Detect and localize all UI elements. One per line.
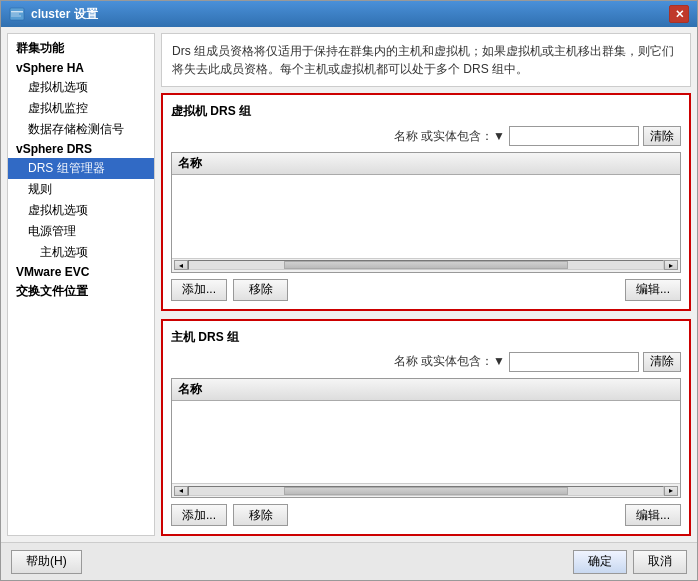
vm-action-row: 添加... 移除 编辑...	[171, 279, 681, 301]
sidebar-item-rules[interactable]: 规则	[8, 179, 154, 200]
sidebar-item-vmware-evc[interactable]: VMware EVC	[8, 263, 154, 281]
host-drs-panel: 主机 DRS 组 名称 或实体包含：▼ 清除 名称 ◂	[161, 319, 691, 537]
vm-remove-button[interactable]: 移除	[233, 279, 288, 301]
help-button[interactable]: 帮助(H)	[11, 550, 82, 574]
host-action-row: 添加... 移除 编辑...	[171, 504, 681, 526]
svg-rect-1	[11, 11, 23, 13]
vm-drs-panel-title: 虚拟机 DRS 组	[171, 103, 681, 120]
bottom-left: 帮助(H)	[11, 550, 82, 574]
svg-rect-3	[11, 16, 21, 17]
host-table-header: 名称	[172, 379, 680, 401]
sidebar: 群集功能vSphere HA虚拟机选项虚拟机监控数据存储检测信号vSphere …	[7, 33, 155, 536]
description-area: Drs 组成员资格将仅适用于保持在群集内的主机和虚拟机；如果虚拟机或主机移出群集…	[161, 33, 691, 87]
vm-filter-clear-button[interactable]: 清除	[643, 126, 681, 146]
title-bar: cluster 设置 ✕	[1, 1, 697, 27]
vm-filter-input[interactable]	[509, 126, 639, 146]
sidebar-item-vm-monitor[interactable]: 虚拟机监控	[8, 98, 154, 119]
vm-scroll-left[interactable]: ◂	[174, 260, 188, 270]
host-drs-panel-title: 主机 DRS 组	[171, 329, 681, 346]
host-table-body	[172, 401, 680, 484]
vm-table-area: 名称 ◂ ▸	[171, 152, 681, 273]
host-scrollbar-thumb[interactable]	[284, 487, 568, 495]
panels-container: 虚拟机 DRS 组 名称 或实体包含：▼ 清除 名称 ◂	[161, 93, 691, 536]
vm-scrollbar[interactable]: ◂ ▸	[172, 258, 680, 272]
host-filter-label: 名称 或实体包含：▼	[394, 353, 505, 370]
close-button[interactable]: ✕	[669, 5, 689, 23]
host-filter-clear-button[interactable]: 清除	[643, 352, 681, 372]
host-scroll-right[interactable]: ▸	[664, 486, 678, 496]
host-filter-input[interactable]	[509, 352, 639, 372]
vm-filter-row: 名称 或实体包含：▼ 清除	[171, 126, 681, 146]
host-filter-row: 名称 或实体包含：▼ 清除	[171, 352, 681, 372]
vm-scrollbar-thumb[interactable]	[284, 261, 568, 269]
host-scroll-left[interactable]: ◂	[174, 486, 188, 496]
vm-filter-label: 名称 或实体包含：▼	[394, 128, 505, 145]
sidebar-item-power-management[interactable]: 电源管理	[8, 221, 154, 242]
host-table-area: 名称 ◂ ▸	[171, 378, 681, 499]
content-area: 群集功能vSphere HA虚拟机选项虚拟机监控数据存储检测信号vSphere …	[1, 27, 697, 542]
host-add-button[interactable]: 添加...	[171, 504, 227, 526]
description-text: Drs 组成员资格将仅适用于保持在群集内的主机和虚拟机；如果虚拟机或主机移出群集…	[172, 44, 674, 76]
sidebar-item-datastore-heartbeat[interactable]: 数据存储检测信号	[8, 119, 154, 140]
vm-edit-button[interactable]: 编辑...	[625, 279, 681, 301]
main-panel: Drs 组成员资格将仅适用于保持在群集内的主机和虚拟机；如果虚拟机或主机移出群集…	[161, 33, 691, 536]
host-scrollbar[interactable]: ◂ ▸	[172, 483, 680, 497]
main-window: cluster 设置 ✕ 群集功能vSphere HA虚拟机选项虚拟机监控数据存…	[0, 0, 698, 581]
vm-table-header: 名称	[172, 153, 680, 175]
host-edit-button[interactable]: 编辑...	[625, 504, 681, 526]
window-icon	[9, 6, 25, 22]
sidebar-item-vm-options-ha[interactable]: 虚拟机选项	[8, 77, 154, 98]
sidebar-item-drs-group-manager[interactable]: DRS 组管理器	[8, 158, 154, 179]
vm-add-button[interactable]: 添加...	[171, 279, 227, 301]
ok-button[interactable]: 确定	[573, 550, 627, 574]
host-scrollbar-track[interactable]	[188, 486, 664, 496]
sidebar-item-host-options[interactable]: 主机选项	[8, 242, 154, 263]
bottom-right: 确定 取消	[573, 550, 687, 574]
title-bar-left: cluster 设置	[9, 6, 98, 23]
sidebar-item-vsphere-drs[interactable]: vSphere DRS	[8, 140, 154, 158]
svg-rect-2	[11, 14, 19, 15]
sidebar-item-cluster-feature[interactable]: 群集功能	[8, 38, 154, 59]
bottom-bar: 帮助(H) 确定 取消	[1, 542, 697, 580]
host-remove-button[interactable]: 移除	[233, 504, 288, 526]
sidebar-item-vm-options-drs[interactable]: 虚拟机选项	[8, 200, 154, 221]
vm-scrollbar-track[interactable]	[188, 260, 664, 270]
sidebar-item-vsphere-ha[interactable]: vSphere HA	[8, 59, 154, 77]
vm-table-body	[172, 175, 680, 258]
cancel-button[interactable]: 取消	[633, 550, 687, 574]
vm-drs-panel: 虚拟机 DRS 组 名称 或实体包含：▼ 清除 名称 ◂	[161, 93, 691, 311]
window-title: cluster 设置	[31, 6, 98, 23]
vm-scroll-right[interactable]: ▸	[664, 260, 678, 270]
sidebar-item-swap-file-location[interactable]: 交换文件位置	[8, 281, 154, 302]
